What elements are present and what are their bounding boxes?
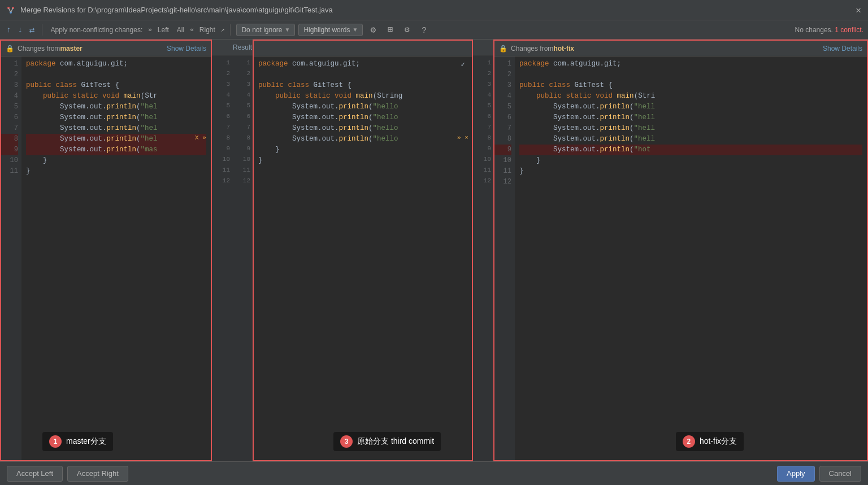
apply-nonconflicting-label: Apply non-conflicting changes:: [48, 25, 145, 35]
right-line-7: System.out.println("hell: [519, 123, 862, 134]
highlight-dropdown-arrow: ▼: [352, 27, 358, 33]
highlight-dropdown[interactable]: Highlight words ▼: [298, 24, 363, 36]
left-panel: 🔒 Changes from master Show Details 1 2 3…: [0, 40, 212, 461]
left-line-4: public static void main(Str: [26, 91, 206, 102]
left-line-1: package com.atguigu.git;: [26, 59, 206, 69]
left-line-numbers: 1 2 3 4 5 6 7 8 9 10 11: [1, 56, 21, 460]
left-line-11: }: [26, 166, 206, 177]
result-code-content: package com.atguigu.git; ✓ public class …: [254, 56, 472, 190]
right-line-9: System.out.println("hot: [519, 145, 862, 155]
left-line-6: System.out.println("hel: [26, 112, 206, 123]
titlebar: Merge Revisions for D:\program\IdeaProje…: [0, 0, 868, 20]
ignore-dropdown[interactable]: Do not ignore ▼: [236, 24, 295, 36]
right-line-12: [519, 177, 862, 187]
right-lock-icon: 🔒: [499, 45, 507, 53]
left-line-7: System.out.println("hel: [26, 123, 206, 134]
center-branch-label: 3 原始分支 third commit: [333, 432, 441, 451]
titlebar-title: Merge Revisions for D:\program\IdeaProje…: [20, 6, 333, 14]
left-panel-header: 🔒 Changes from master Show Details: [1, 41, 211, 56]
toolbar: ↑ ↓ ⇄ Apply non-conflicting changes: » L…: [0, 20, 868, 40]
separator-1: [42, 24, 42, 36]
result-line-8: System.out.println("hello: [258, 134, 467, 145]
all-btn[interactable]: All: [175, 25, 186, 35]
result-line-7: System.out.println("hello: [258, 123, 467, 134]
right-line-2: [519, 69, 862, 80]
left-line-9: System.out.println("mas: [26, 145, 206, 155]
right-line-11: }: [519, 166, 862, 177]
left-line-3: public class GitTest {: [26, 80, 206, 91]
checkmark-icon: ✓: [461, 60, 465, 69]
right-btn[interactable]: Right: [197, 25, 218, 35]
center-label-number: 3: [340, 435, 353, 448]
right-panel-header: 🔒 Changes from hot-fix Show Details: [494, 41, 867, 56]
result-header-section: Result: [232, 40, 253, 55]
center-right-left-gutter: Result 1 2 3 4 5 6 7 8 9 10 11 12: [232, 40, 253, 461]
columns-icon[interactable]: ⊞: [383, 23, 397, 37]
right-line-4: public static void main(Stri: [519, 91, 862, 102]
right-left-gutter: 1 2 3 4 5 6 7 » × 8 9 10 11 12: [473, 40, 493, 461]
result-line-9: }: [258, 145, 467, 155]
cancel-button[interactable]: Cancel: [819, 466, 861, 482]
result-line-4: public static void main(String: [258, 91, 467, 102]
left-code-content: package com.atguigu.git; public class Gi…: [21, 56, 211, 460]
right-line-5: System.out.println("hell: [519, 102, 862, 112]
apply-button[interactable]: Apply: [777, 466, 815, 482]
left-line-5: System.out.println("hel: [26, 102, 206, 112]
status-text: No changes. 1 conflict.: [795, 26, 863, 34]
result-line-5: System.out.println("hello: [258, 102, 467, 112]
result-line-2: [258, 69, 467, 80]
right-code-area: 1 2 3 4 5 6 7 8 9 10 11 12 package com.a…: [494, 56, 867, 460]
gear-icon[interactable]: ⚙: [400, 23, 414, 37]
merge-icon: ⇄: [28, 23, 37, 37]
left-header-text: Changes from: [18, 45, 60, 53]
result-line-3: public class GitTest {: [258, 80, 467, 91]
hotfix-label-text: hot-fix分支: [700, 436, 737, 447]
result-title: Result: [233, 43, 252, 51]
left-line-8: System.out.println("hel: [26, 134, 206, 145]
result-line-6: System.out.println("hello: [258, 112, 467, 123]
hotfix-branch-label: 2 hot-fix分支: [676, 432, 744, 451]
right-line-numbers: 1 2 3 4 5 6 7 8 9 10 11 12: [494, 56, 515, 460]
right-branch-name: hot-fix: [553, 45, 574, 53]
left-code-area: 1 2 3 4 5 6 7 8 9 10 11 package com.atgu…: [1, 56, 211, 460]
result-panel: package com.atguigu.git; ✓ public class …: [253, 40, 473, 461]
accept-left-button[interactable]: Accept Left: [7, 466, 63, 482]
settings-icon[interactable]: ⚙: [366, 23, 380, 37]
master-branch-label: 1 master分支: [42, 432, 113, 451]
right-line-6: System.out.println("hell: [519, 112, 862, 123]
separator-2: [230, 24, 231, 36]
main-content: 🔒 Changes from master Show Details 1 2 3…: [0, 40, 868, 461]
lock-icon: 🔒: [6, 45, 14, 53]
center-label-text: 原始分支 third commit: [357, 436, 434, 447]
right-line-1: package com.atguigu.git;: [519, 59, 862, 69]
result-line-12: [258, 177, 467, 187]
left-show-details[interactable]: Show Details: [167, 45, 206, 53]
right-line-3: public class GitTest {: [519, 80, 862, 91]
result-line-11: [258, 166, 467, 177]
help-icon[interactable]: ?: [417, 23, 431, 37]
left-line-10: }: [26, 155, 206, 166]
ignore-dropdown-label: Do not ignore: [241, 26, 282, 34]
right-line-8: System.out.println("hell: [519, 134, 862, 145]
result-line-1: package com.atguigu.git; ✓: [258, 59, 467, 69]
hotfix-label-number: 2: [683, 435, 695, 448]
master-label-text: master分支: [66, 436, 106, 447]
right-line-10: }: [519, 155, 862, 166]
down-arrow-btn[interactable]: ↓: [16, 24, 24, 36]
svg-line-4: [11, 8, 13, 12]
master-label-number: 1: [49, 435, 62, 448]
center-left-gutter: 1 2 3 4 5 6 7 X » 8 9 10 11 12: [212, 40, 232, 461]
left-btn[interactable]: Left: [155, 25, 171, 35]
svg-line-3: [8, 8, 11, 12]
left-branch-name: master: [60, 45, 82, 53]
result-panel-header: [254, 41, 472, 56]
right-panel: 🔒 Changes from hot-fix Show Details 1 2 …: [493, 40, 868, 461]
right-header-text: Changes from: [511, 45, 553, 53]
result-line-10: }: [258, 155, 467, 166]
left-line-2: [26, 69, 206, 80]
ignore-dropdown-arrow: ▼: [285, 27, 290, 33]
accept-right-button[interactable]: Accept Right: [67, 466, 128, 482]
close-icon[interactable]: ✕: [856, 5, 861, 16]
right-show-details[interactable]: Show Details: [823, 45, 862, 53]
up-arrow-btn[interactable]: ↑: [5, 24, 12, 36]
